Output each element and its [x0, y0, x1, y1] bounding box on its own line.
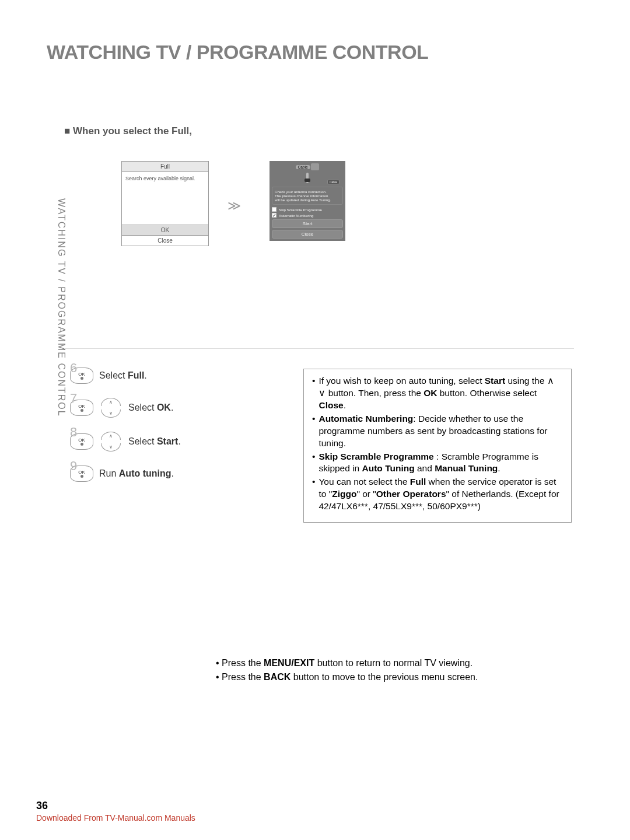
cable-tag: Cable: [296, 165, 310, 169]
download-link[interactable]: Downloaded From TV-Manual.com Manuals: [36, 813, 195, 822]
info-bullet-1: If you wish to keep on auto tuning, sele…: [312, 375, 563, 412]
ok-label: OK: [78, 404, 85, 409]
section-heading: ■ When you select the Full,: [64, 125, 192, 137]
info-bullet-2: Automatic Numbering: Decide whether to u…: [312, 413, 563, 450]
chevron-up-icon: ∧: [101, 432, 121, 440]
page-number: 36: [36, 800, 48, 812]
chevron-down-icon: ∧: [101, 410, 121, 418]
skip-scramble-checkbox-row[interactable]: Skip Scramble Programme: [272, 207, 343, 212]
full-dialog-title: Full: [122, 162, 208, 172]
ok-dot-icon: [80, 409, 83, 412]
info-box: If you wish to keep on auto tuning, sele…: [303, 369, 572, 523]
step-number: 8: [70, 425, 77, 440]
ok-dot-icon: [80, 377, 83, 380]
msg-line3: will be updated during Auto Tuning.: [275, 198, 340, 202]
step-number: 9: [70, 459, 77, 474]
chevron-right-icon: ≫: [228, 198, 241, 214]
footer-note-2: Press the BACK button to move to the pre…: [216, 670, 572, 684]
step-8-text: Select Start.: [128, 436, 181, 447]
step-number: 6: [70, 360, 77, 376]
msg-line2: The previous channel information: [275, 194, 340, 198]
step-7: 7 OK ∧ ∧ Select OK.: [70, 398, 292, 418]
autotune-dialog: Cable Cable Check your antenna connectio…: [270, 161, 345, 241]
step-6-text: Select Full.: [99, 370, 147, 381]
checkbox-checked-icon: [272, 213, 276, 218]
full-dialog-close-button[interactable]: Close: [122, 235, 208, 246]
ok-label: OK: [78, 438, 85, 443]
skip-scramble-label: Skip Scramble Programme: [279, 208, 322, 212]
step-number: 7: [70, 391, 77, 406]
autotune-message: Check your antenna connection. The previ…: [272, 187, 343, 205]
home-icon: [311, 163, 319, 170]
tuning-slider[interactable]: Cable: [272, 173, 343, 184]
page-title: WATCHING TV / PROGRAMME CONTROL: [47, 41, 428, 64]
chevron-up-icon: ∧: [101, 398, 121, 406]
step-9: 9 OK Run Auto tuning.: [70, 466, 292, 482]
up-down-remote-button: ∧ ∧: [99, 432, 123, 452]
step-7-text: Select OK.: [128, 402, 173, 413]
footer-note-1: Press the MENU/EXIT button to return to …: [216, 656, 572, 670]
steps-list: 6 OK Select Full. 7 OK ∧ ∧ Select OK. 8 …: [70, 368, 292, 496]
ok-dot-icon: [80, 475, 83, 478]
ok-label: OK: [78, 470, 85, 475]
step-9-text: Run Auto tuning.: [99, 468, 174, 479]
footer-notes: Press the MENU/EXIT button to return to …: [216, 656, 572, 684]
msg-line1: Check your antenna connection.: [275, 190, 340, 194]
ok-label: OK: [78, 372, 85, 377]
start-button[interactable]: Start: [272, 219, 343, 228]
sidebar-label: WATCHING TV / PROGRAMME CONTROL: [56, 198, 66, 417]
step-6: 6 OK Select Full.: [70, 368, 292, 384]
info-bullet-4: You can not select the Full when the ser…: [312, 476, 563, 513]
full-dialog: Full Search every available signal. OK C…: [121, 161, 209, 246]
step-8: 8 OK ∧ ∧ Select Start.: [70, 432, 292, 452]
auto-numbering-label: Automatic Numbering: [279, 214, 314, 218]
full-dialog-body: Search every available signal.: [122, 172, 208, 225]
info-bullet-3: Skip Scramble Programme : Scramble Progr…: [312, 451, 563, 475]
slider-tag: Cable: [327, 180, 340, 184]
up-down-remote-button: ∧ ∧: [99, 398, 123, 418]
divider: [64, 348, 574, 349]
auto-numbering-checkbox-row[interactable]: Automatic Numbering: [272, 213, 343, 218]
full-dialog-ok-button[interactable]: OK: [122, 225, 208, 235]
ok-dot-icon: [80, 443, 83, 446]
checkbox-unchecked-icon: [272, 207, 276, 212]
chevron-down-icon: ∧: [101, 443, 121, 452]
close-button[interactable]: Close: [272, 230, 343, 239]
